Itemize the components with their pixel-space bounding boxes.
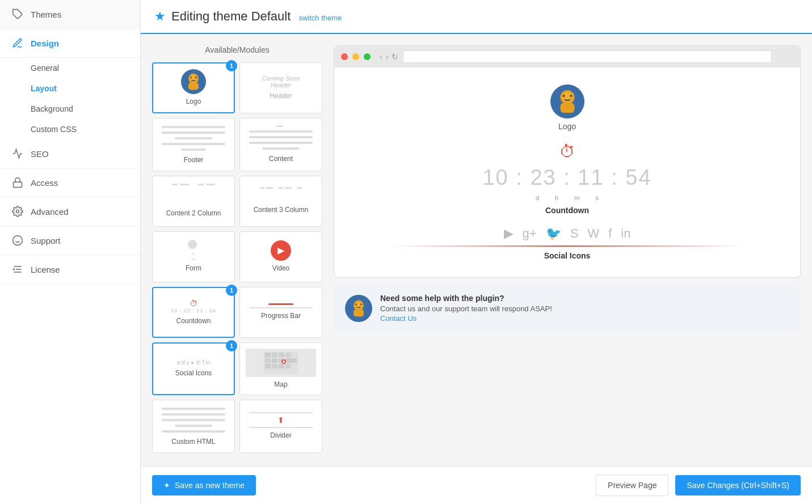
sidebar-item-design[interactable]: Design: [0, 29, 140, 58]
browser-forward-icon[interactable]: ›: [386, 52, 389, 61]
module-progress-label: Progress Bar: [261, 312, 301, 321]
module-video[interactable]: ▶ Video: [239, 231, 322, 282]
content-area: Available/Modules 1: [141, 34, 812, 466]
module-social-icons[interactable]: 1 a d y ♦ ℗ f in Social Icons: [152, 342, 235, 396]
browser-back-icon[interactable]: ‹: [380, 52, 382, 61]
form-preview: [162, 240, 225, 261]
whatsapp-icon[interactable]: W: [587, 226, 599, 241]
divider-line-bottom: [249, 427, 313, 428]
tag-icon: [11, 8, 24, 20]
sidebar-item-license[interactable]: License: [0, 255, 140, 284]
module-form[interactable]: Form: [152, 231, 235, 282]
browser-refresh-icon[interactable]: ↻: [392, 52, 398, 61]
svg-rect-12: [188, 83, 199, 90]
module-divider-label: Divider: [270, 431, 291, 441]
preview-countdown-section: ⏱ 10 : 23 : 11 : 54 d h m s Countdown: [482, 142, 651, 215]
social-icons-preview: a d y ♦ ℗ f in: [159, 359, 228, 366]
module-coming-soon-header[interactable]: Coming SoonHeader Header: [239, 62, 322, 113]
countdown-badge: 1: [226, 285, 237, 296]
module-logo[interactable]: 1 Logo: [152, 62, 235, 113]
svg-rect-23: [285, 358, 291, 363]
countdown-s-label: s: [595, 194, 599, 201]
progress-red-bar: [268, 303, 294, 305]
divider-arrow-icon: ⬆: [277, 416, 284, 425]
modules-grid: 1 Logo: [152, 62, 322, 453]
page-header: ★ Editing theme Default switch theme: [141, 0, 812, 34]
countdown-d-label: d: [536, 194, 539, 201]
face-icon: [11, 234, 24, 247]
contact-us-link[interactable]: Contact Us: [380, 314, 416, 323]
logo-preview: [159, 69, 228, 94]
social-divider-line: [390, 245, 744, 247]
module-divider[interactable]: ⬆ Divider: [239, 400, 322, 453]
social-title: Social Icons: [544, 251, 591, 260]
sidebar: Themes Design General Layout Background …: [0, 0, 141, 504]
module-logo-label: Logo: [186, 98, 201, 107]
preview-content: Logo ⏱ 10 : 23 : 11 : 54 d h m s Countdo…: [334, 67, 800, 277]
play-icon: ▶: [271, 240, 291, 261]
svg-point-14: [195, 77, 197, 79]
sidebar-item-support-label: Support: [31, 236, 61, 245]
sidebar-item-advanced-label: Advanced: [31, 207, 69, 217]
module-content3-label: Content 3 Column: [254, 206, 309, 215]
module-countdown[interactable]: 1 ⏱ 10 : 23 : 11 : 54 Countdown: [152, 287, 235, 338]
browser-url-bar[interactable]: [403, 50, 772, 63]
svg-rect-20: [265, 358, 271, 363]
linkedin-icon[interactable]: in: [621, 226, 630, 241]
preview-logo-label: Logo: [558, 122, 576, 131]
svg-rect-1: [14, 182, 22, 187]
sidebar-sub-layout[interactable]: Layout: [0, 78, 140, 99]
wand-icon: ✦: [163, 481, 170, 490]
module-content2-label: Content 2 Column: [166, 209, 221, 218]
facebook-icon[interactable]: f: [608, 226, 612, 241]
content2-preview: [162, 184, 225, 206]
twitter-icon[interactable]: 🐦: [546, 226, 561, 241]
video-preview: ▶: [246, 240, 316, 261]
module-content[interactable]: Content: [239, 118, 322, 171]
preview-page-button[interactable]: Preview Page: [596, 475, 668, 496]
countdown-m-label: m: [574, 194, 579, 201]
sidebar-item-access-label: Access: [31, 178, 58, 188]
skype-icon[interactable]: S: [570, 226, 579, 241]
sidebar-item-access[interactable]: Access: [0, 168, 140, 197]
social-badge: 1: [226, 340, 237, 351]
module-content3[interactable]: Content 3 Column: [239, 176, 322, 227]
sidebar-item-seo[interactable]: SEO: [0, 139, 140, 168]
module-progress-bar[interactable]: Progress Bar: [239, 287, 322, 338]
browser-nav: ‹ › ↻: [380, 52, 398, 61]
module-footer[interactable]: Footer: [152, 118, 235, 171]
svg-point-9: [14, 269, 15, 270]
module-map[interactable]: Map: [239, 342, 322, 396]
modules-panel: Available/Modules 1: [152, 45, 322, 455]
save-as-new-theme-button[interactable]: ✦ Save as new theme: [152, 475, 256, 495]
sidebar-sub-general[interactable]: General: [0, 58, 140, 78]
sidebar-item-support[interactable]: Support: [0, 226, 140, 255]
switch-theme-link[interactable]: switch theme: [298, 14, 342, 22]
svg-rect-16: [265, 353, 271, 357]
browser-mockup: ‹ › ↻: [334, 45, 801, 278]
svg-rect-27: [285, 364, 291, 369]
browser-dot-red: [341, 53, 348, 60]
social-icons-row: ▶ g+ 🐦 S W f in: [504, 226, 631, 241]
module-custom-html[interactable]: Custom HTML: [152, 400, 235, 453]
star-icon: ★: [154, 9, 166, 24]
sidebar-item-advanced[interactable]: Advanced: [0, 197, 140, 226]
save-changes-button[interactable]: Save Changes (Ctrl+Shift+S): [675, 475, 801, 495]
module-form-label: Form: [186, 264, 201, 273]
sidebar-sub-custom-css[interactable]: Custom CSS: [0, 119, 140, 139]
module-footer-label: Footer: [184, 156, 204, 165]
browser-toolbar: ‹ › ↻: [334, 46, 800, 67]
svg-rect-21: [272, 358, 277, 363]
youtube-icon[interactable]: ▶: [504, 226, 514, 241]
sidebar-sub-background[interactable]: Background: [0, 99, 140, 119]
google-plus-icon[interactable]: g+: [523, 226, 537, 241]
logo-badge: 1: [226, 60, 237, 71]
sidebar-item-themes[interactable]: Themes: [0, 0, 140, 29]
page-title: Editing theme Default switch theme: [171, 9, 342, 24]
module-content2[interactable]: Content 2 Column: [152, 176, 235, 227]
svg-point-3: [13, 236, 23, 245]
pencil-icon: [11, 37, 24, 49]
svg-rect-19: [285, 353, 291, 357]
help-avatar: [345, 295, 372, 322]
svg-rect-26: [279, 364, 284, 369]
